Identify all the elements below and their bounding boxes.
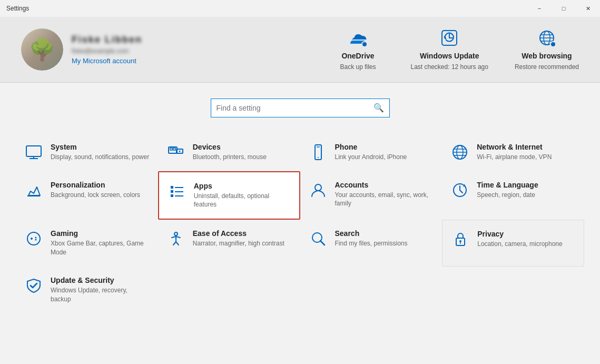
settings-item-time-language[interactable]: A Time & Language Speech, region, date [442,171,584,220]
settings-desc-time-language: Speech, region, date [477,191,538,200]
time-language-icon: A [450,181,469,200]
update-security-icon [24,276,43,295]
settings-item-devices[interactable]: Devices Bluetooth, printers, mouse [158,133,300,171]
system-icon [24,143,43,162]
onedrive-title: OneDrive [341,52,374,60]
microsoft-account-link[interactable]: My Microsoft account [72,57,142,65]
svg-rect-23 [27,195,40,196]
settings-item-personalization[interactable]: Personalization Background, lock screen,… [16,171,158,220]
svg-rect-25 [171,190,173,193]
settings-desc-update-security: Windows Update, recovery, backup [51,286,150,304]
svg-line-40 [320,241,324,245]
settings-desc-privacy: Location, camera, microphone [477,240,562,249]
svg-point-14 [179,150,180,152]
settings-desc-accounts: Your accounts, email, sync, work, family [335,191,434,209]
settings-desc-phone: Link your Android, iPhone [335,153,407,162]
settings-desc-search: Find my files, permissions [335,239,408,248]
settings-title-update-security: Update & Security [51,276,150,284]
svg-point-33 [27,232,40,245]
privacy-icon [451,230,470,249]
settings-title-devices: Devices [193,143,267,151]
avatar-image [21,28,63,71]
settings-item-privacy[interactable]: Privacy Location, camera, microphone [442,220,584,267]
settings-title-phone: Phone [335,143,407,151]
settings-desc-ease-of-access: Narrator, magnifier, high contrast [193,239,284,248]
windows-update-subtitle: Last checked: 12 hours ago [411,63,488,72]
profile-info: Fiske Libben fiske@example.com My Micros… [72,34,142,65]
svg-rect-28 [175,191,183,192]
settings-item-ease-of-access[interactable]: Ease of Access Narrator, magnifier, high… [158,220,300,267]
svg-rect-24 [171,186,173,189]
windows-update-link[interactable]: Windows Update Last checked: 12 hours ag… [411,27,488,72]
settings-desc-network: Wi-Fi, airplane mode, VPN [477,153,552,162]
settings-text-accounts: Accounts Your accounts, email, sync, wor… [335,181,434,209]
settings-item-accounts[interactable]: Accounts Your accounts, email, sync, wor… [300,171,442,220]
settings-item-update-security[interactable]: Update & Security Windows Update, recove… [16,267,158,313]
svg-rect-29 [175,195,183,196]
devices-icon [166,143,185,162]
settings-desc-personalization: Background, lock screen, colors [51,191,140,200]
search-icon: 🔍 [373,103,384,113]
settings-grid: System Display, sound, notifications, po… [0,128,600,319]
svg-point-36 [35,237,37,239]
settings-title-personalization: Personalization [51,181,140,189]
settings-title-accounts: Accounts [335,181,434,189]
app-title: Settings [6,5,29,12]
onedrive-link[interactable]: OneDrive Back up files [332,27,385,72]
header: Fiske Libben fiske@example.com My Micros… [0,17,600,83]
profile-email: fiske@example.com [72,47,142,55]
phone-icon [309,143,328,162]
minimize-button[interactable]: − [527,0,552,17]
svg-text:A: A [463,183,466,188]
settings-item-search[interactable]: Search Find my files, permissions [300,220,442,267]
close-button[interactable]: ✕ [576,0,600,17]
settings-text-network: Network & Internet Wi-Fi, airplane mode,… [477,143,552,162]
settings-title-system: System [51,143,149,151]
personalization-icon [24,181,43,200]
web-browsing-title: Web browsing [522,52,572,60]
svg-point-16 [318,157,319,158]
svg-rect-26 [171,194,173,197]
avatar [21,28,63,71]
titlebar: Settings − □ ✕ [0,0,600,17]
settings-desc-gaming: Xbox Game Bar, captures, Game Mode [51,239,150,257]
svg-rect-27 [175,187,183,188]
settings-text-ease-of-access: Ease of Access Narrator, magnifier, high… [193,229,284,248]
web-browsing-subtitle: Restore recommended [515,63,579,72]
settings-title-time-language: Time & Language [477,181,538,189]
settings-text-personalization: Personalization Background, lock screen,… [51,181,140,200]
svg-rect-7 [26,146,41,156]
windows-update-title: Windows Update [420,52,479,60]
search-input[interactable] [217,104,373,112]
windows-update-icon [439,27,460,48]
settings-text-system: System Display, sound, notifications, po… [51,143,149,162]
settings-title-gaming: Gaming [51,229,150,238]
svg-rect-12 [173,148,175,150]
settings-item-gaming[interactable]: Gaming Xbox Game Bar, captures, Game Mod… [16,220,158,267]
apps-icon [168,182,186,201]
settings-desc-apps: Uninstall, defaults, optional features [194,192,291,210]
onedrive-icon [348,27,369,48]
settings-item-system[interactable]: System Display, sound, notifications, po… [16,133,158,171]
settings-item-network[interactable]: Network & Internet Wi-Fi, airplane mode,… [442,133,584,171]
settings-desc-devices: Bluetooth, printers, mouse [193,153,267,162]
settings-text-search: Search Find my files, permissions [335,229,408,248]
settings-item-apps[interactable]: Apps Uninstall, defaults, optional featu… [158,171,300,220]
web-browsing-link[interactable]: Web browsing Restore recommended [515,27,579,72]
settings-item-phone[interactable]: Phone Link your Android, iPhone [300,133,442,171]
settings-title-ease-of-access: Ease of Access [193,229,284,238]
settings-text-devices: Devices Bluetooth, printers, mouse [193,143,267,162]
settings-title-apps: Apps [194,182,291,190]
settings-title-network: Network & Internet [477,143,552,151]
maximize-button[interactable]: □ [552,0,576,17]
search-box[interactable]: 🔍 [211,99,390,117]
header-quick-links: OneDrive Back up files Windows Update La… [332,27,579,72]
settings-text-gaming: Gaming Xbox Game Bar, captures, Game Mod… [51,229,150,257]
settings-text-phone: Phone Link your Android, iPhone [335,143,407,162]
network-icon [450,143,469,162]
search-section: 🔍 [0,83,600,128]
settings-title-search: Search [335,229,408,238]
svg-point-42 [459,240,461,242]
profile-name: Fiske Libben [72,34,142,45]
svg-rect-11 [170,148,172,150]
